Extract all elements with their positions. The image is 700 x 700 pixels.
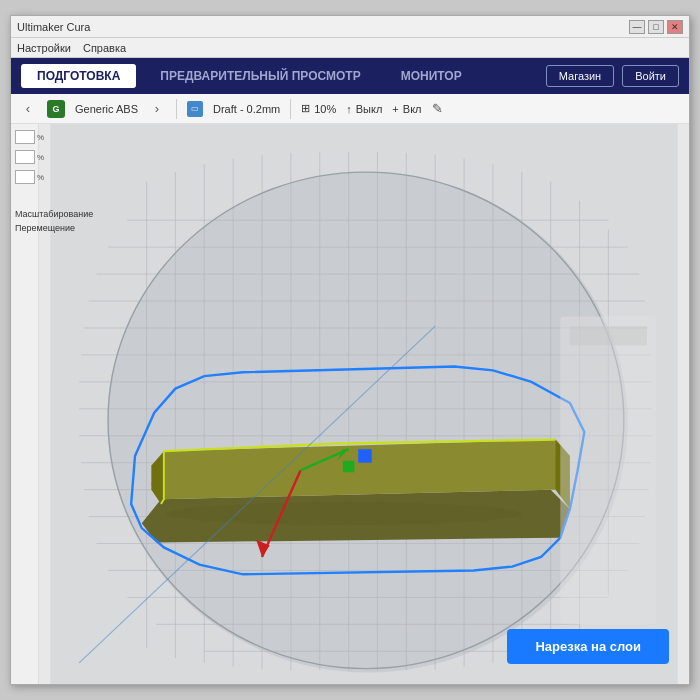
viewport[interactable]: Нарезка на слои [39, 124, 689, 684]
menu-settings[interactable]: Настройки [17, 42, 71, 54]
edit-icon[interactable]: ✎ [432, 101, 443, 116]
menu-bar: Настройки Справка [11, 38, 689, 58]
support-icon: ↑ [346, 103, 352, 115]
main-window: Ultimaker Cura — □ ✕ Настройки Справка П… [10, 15, 690, 685]
scale-z-input[interactable] [15, 170, 35, 184]
arrow-right-button[interactable]: › [148, 100, 166, 118]
title-bar-controls: — □ ✕ [629, 20, 683, 34]
adhesion-icon: + [392, 103, 398, 115]
scale-z-label: % [37, 173, 44, 182]
scale-x-row: % [13, 128, 36, 146]
main-area: % % % Масштабирование Перемещение [11, 124, 689, 684]
svg-rect-49 [570, 326, 647, 345]
tab-monitor[interactable]: МОНИТОР [385, 64, 478, 88]
material-badge: G [47, 100, 65, 118]
arrow-left-button[interactable]: ‹ [19, 100, 37, 118]
move-menu-item[interactable]: Перемещение [13, 222, 36, 234]
profile-icon: ▭ [187, 101, 203, 117]
title-bar: Ultimaker Cura — □ ✕ [11, 16, 689, 38]
scale-y-label: % [37, 153, 44, 162]
infill-icon: ⊞ [301, 102, 310, 115]
scale-x-input[interactable] [15, 130, 35, 144]
toolbar-separator-2 [290, 99, 291, 119]
nav-bar: ПОДГОТОВКА ПРЕДВАРИТЕЛЬНЫЙ ПРОСМОТР МОНИ… [11, 58, 689, 94]
login-button[interactable]: Войти [622, 65, 679, 87]
toolbar: ‹ G Generic ABS › ▭ Draft - 0.2mm ⊞ 10% … [11, 94, 689, 124]
svg-rect-47 [343, 461, 355, 473]
window-title: Ultimaker Cura [17, 21, 90, 33]
minimize-button[interactable]: — [629, 20, 645, 34]
material-name[interactable]: Generic ABS [75, 103, 138, 115]
infill-value: 10% [314, 103, 336, 115]
slice-button[interactable]: Нарезка на слои [507, 629, 669, 664]
scale-y-row: % [13, 148, 36, 166]
support-control[interactable]: ↑ Выкл [346, 103, 382, 115]
svg-rect-48 [560, 316, 656, 624]
shop-button[interactable]: Магазин [546, 65, 614, 87]
scale-y-input[interactable] [15, 150, 35, 164]
scale-x-label: % [37, 133, 44, 142]
profile-name[interactable]: Draft - 0.2mm [213, 103, 280, 115]
slice-button-container: Нарезка на слои [507, 629, 669, 664]
tab-prepare[interactable]: ПОДГОТОВКА [21, 64, 136, 88]
support-label: Выкл [356, 103, 383, 115]
adhesion-control[interactable]: + Вкл [392, 103, 421, 115]
infill-control[interactable]: ⊞ 10% [301, 102, 336, 115]
maximize-button[interactable]: □ [648, 20, 664, 34]
left-menu: Масштабирование Перемещение [13, 208, 36, 234]
left-panel: % % % Масштабирование Перемещение [11, 124, 39, 684]
close-button[interactable]: ✕ [667, 20, 683, 34]
tab-preview[interactable]: ПРЕДВАРИТЕЛЬНЫЙ ПРОСМОТР [144, 64, 376, 88]
menu-help[interactable]: Справка [83, 42, 126, 54]
3d-viewport-canvas[interactable] [39, 124, 689, 684]
adhesion-label: Вкл [403, 103, 422, 115]
svg-rect-46 [358, 449, 371, 462]
scale-z-row: % [13, 168, 36, 186]
toolbar-separator [176, 99, 177, 119]
scale-menu-item[interactable]: Масштабирование [13, 208, 36, 220]
